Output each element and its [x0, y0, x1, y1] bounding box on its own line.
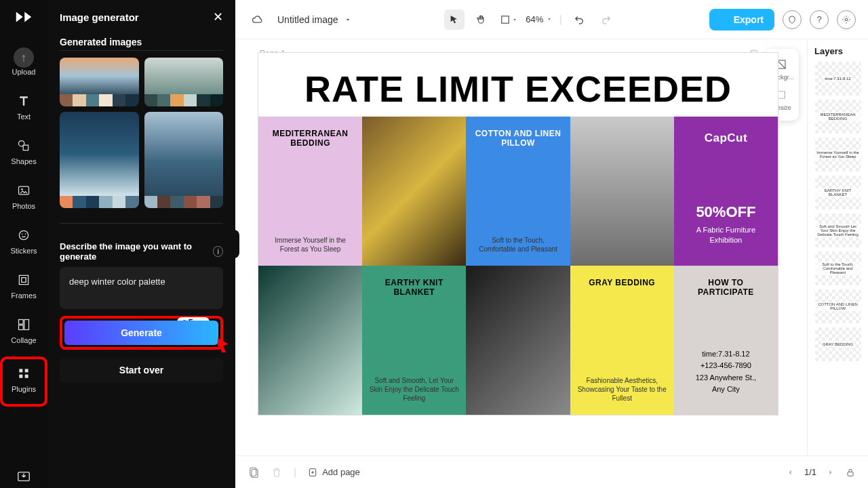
svg-rect-1	[23, 145, 28, 150]
rail-text[interactable]: Text	[0, 87, 47, 131]
bottom-tray-icon	[16, 469, 31, 484]
export-button[interactable]: Export	[709, 9, 774, 30]
generated-thumb[interactable]	[144, 112, 224, 208]
help-icon[interactable]: ?	[810, 10, 829, 29]
chevron-down-icon	[546, 16, 553, 22]
canvas-cell[interactable]	[362, 117, 466, 266]
rail-upload[interactable]: ↑ Upload	[0, 41, 47, 87]
next-page-button[interactable]	[826, 468, 835, 477]
overlay-text: RATE LIMIT EXCEEDED	[258, 53, 778, 117]
canvas-cell[interactable]: HOW TO PARTICIPATEtime:7.31-8.12+123-456…	[674, 266, 778, 415]
design-canvas[interactable]: RATE LIMIT EXCEEDED MEDITERRANEAN BEDDIN…	[258, 53, 778, 415]
canvas-cell[interactable]	[570, 117, 674, 266]
left-rail: ↑ Upload Text Shapes Photos Stickers Fra…	[0, 0, 47, 488]
rail-plugins-label: Plugins	[12, 385, 36, 393]
pages-icon[interactable]	[248, 466, 260, 479]
layers-panel: Layers time:7.31-8.12MEDITERRANEAN BEDDI…	[807, 39, 868, 455]
shield-icon[interactable]	[783, 10, 802, 29]
close-icon[interactable]: ✕	[213, 9, 223, 24]
svg-point-6	[25, 234, 26, 235]
upload-icon: ↑	[14, 47, 34, 68]
rail-photos-label: Photos	[12, 202, 35, 210]
generated-thumbnails	[60, 58, 223, 208]
svg-rect-8	[22, 278, 26, 283]
canvas-area: Page 1 Backgr... Resize RATE LIMIT EXCEE…	[235, 39, 868, 455]
generated-thumb[interactable]	[144, 58, 224, 106]
document-title[interactable]: Untitled image	[277, 14, 352, 25]
layers-title: Layers	[812, 46, 843, 56]
layer-thumb[interactable]: Immerse Yourself in the Forest as You Sl…	[815, 138, 861, 171]
crop-tool[interactable]	[498, 9, 519, 30]
svg-point-4	[19, 230, 28, 239]
svg-rect-10	[24, 320, 29, 330]
prompt-input[interactable]: deep winter color palette	[60, 267, 223, 309]
canvas-cell[interactable]	[258, 266, 362, 415]
svg-point-3	[21, 188, 23, 190]
rail-stickers[interactable]: Stickers	[0, 221, 47, 266]
shapes-icon	[16, 138, 31, 153]
layer-thumb[interactable]: Soft and Smooth Let Your Skin Enjoy the …	[815, 214, 861, 247]
add-page-button[interactable]: Add page	[307, 467, 360, 478]
generated-thumb[interactable]	[60, 112, 139, 208]
canvas-cell[interactable]: EARTHY KNIT BLANKETSoft and Smooth, Let …	[362, 266, 466, 415]
photos-icon	[16, 183, 31, 198]
layer-thumb[interactable]: EARTHY KNIT BLANKET	[815, 176, 861, 209]
describe-label: Describe the image you want to generate …	[60, 241, 223, 262]
svg-rect-17	[502, 16, 509, 23]
hand-tool[interactable]	[471, 9, 492, 30]
layer-thumb[interactable]: GRAY BEDDING	[815, 327, 861, 361]
rail-frames[interactable]: Frames	[0, 266, 47, 310]
bottombar: | Add page 1/1	[235, 455, 868, 488]
redo-button[interactable]	[596, 9, 616, 30]
svg-rect-27	[848, 472, 853, 476]
prev-page-button[interactable]	[785, 468, 795, 477]
zoom-level[interactable]: 64%	[526, 14, 553, 24]
rail-plugins[interactable]: Plugins	[0, 357, 47, 407]
rail-collage[interactable]: Collage	[0, 310, 47, 355]
canvas-cell[interactable]: MEDITERRANEAN BEDDINGImmerse Yourself in…	[258, 117, 362, 266]
generated-images-label: Generated images	[60, 37, 223, 51]
app-logo	[14, 7, 34, 27]
canvas-cell[interactable]: CapCut50%OFFA Fabric Furniture Exhibitio…	[674, 117, 778, 266]
generate-highlight: Free Generate	[60, 316, 223, 350]
page-counter: 1/1	[804, 467, 816, 477]
canvas-cell[interactable]	[466, 266, 570, 415]
chevron-down-icon	[511, 16, 518, 23]
layer-thumb[interactable]: time:7.31-8.12	[815, 62, 861, 96]
plugins-icon	[16, 366, 31, 381]
collage-icon	[16, 317, 31, 332]
rail-photos[interactable]: Photos	[0, 176, 47, 221]
undo-button[interactable]	[569, 9, 589, 30]
start-over-button[interactable]: Start over	[60, 358, 223, 382]
rail-bottom-item[interactable]	[0, 462, 47, 488]
topbar: Untitled image 64% | Export ?	[235, 0, 868, 39]
svg-rect-9	[19, 320, 24, 325]
layer-thumb[interactable]: COTTON AND LINEN PILLOW	[815, 289, 861, 323]
cloud-icon[interactable]	[248, 9, 268, 30]
info-icon[interactable]: i	[213, 246, 223, 257]
canvas-cell[interactable]: COTTON AND LINEN PILLOWSoft to the Touch…	[466, 117, 570, 266]
chevron-down-icon	[344, 16, 352, 24]
layer-thumb[interactable]: MEDITERRANEAN BEDDING	[815, 100, 861, 134]
generated-thumb[interactable]	[60, 58, 139, 106]
delete-icon[interactable]	[271, 466, 283, 479]
rail-stickers-label: Stickers	[10, 247, 37, 255]
select-tool[interactable]	[444, 9, 465, 30]
svg-rect-12	[19, 369, 22, 372]
cursor-arrow-annotation	[216, 336, 231, 354]
rail-frames-label: Frames	[11, 291, 36, 300]
svg-point-5	[22, 234, 23, 235]
main-area: Untitled image 64% | Export ? Page 1 Bac…	[235, 0, 868, 488]
layer-thumb[interactable]: Soft to the Touch, Comfortable and Pleas…	[815, 251, 861, 285]
stickers-icon	[16, 228, 31, 243]
settings-icon[interactable]	[837, 10, 856, 29]
svg-line-22	[777, 60, 785, 68]
rail-shapes[interactable]: Shapes	[0, 131, 47, 176]
lock-icon[interactable]	[845, 467, 856, 478]
generate-button[interactable]: Generate	[64, 321, 218, 345]
rail-shapes-label: Shapes	[11, 157, 36, 165]
canvas-cell[interactable]: GRAY BEDDINGFashionable Aesthetics, Show…	[570, 266, 674, 415]
svg-rect-13	[25, 369, 28, 372]
rail-text-label: Text	[17, 113, 31, 121]
text-icon	[16, 94, 31, 108]
